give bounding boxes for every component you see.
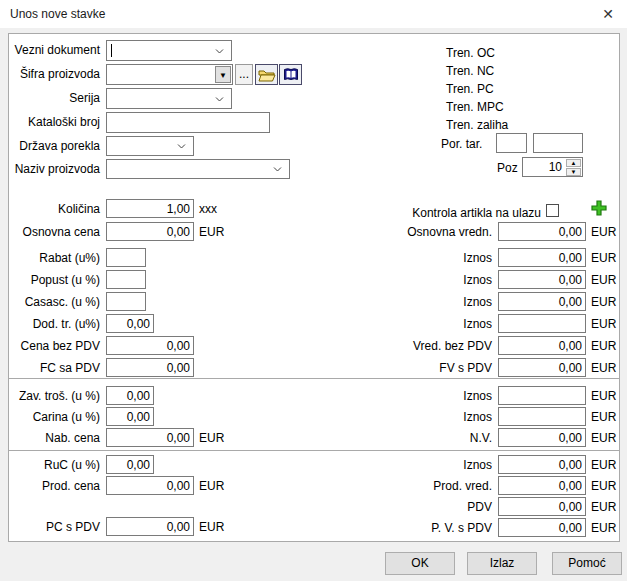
por-tar-input-2[interactable] [533, 133, 583, 153]
dropdown-button-icon[interactable]: ▼ [215, 66, 231, 83]
iznos1-label: Iznos [342, 251, 492, 265]
iznos6-input[interactable] [498, 407, 586, 426]
dod-tr-label: Dod. tr. (u%) [5, 317, 100, 331]
chevron-down-icon [215, 97, 224, 102]
iznos1-input[interactable] [498, 248, 586, 267]
kataloski-broj-label: Kataloški broj [5, 115, 100, 129]
rabat-input[interactable] [106, 248, 146, 267]
pv-s-pdv-label: P. V. s PDV [342, 521, 492, 535]
cena-bez-pdv-input[interactable] [106, 336, 194, 355]
osnovna-vredn-label: Osnovna vredn. [342, 225, 492, 239]
pdv-label: PDV [342, 500, 492, 514]
iznos4-unit: EUR [591, 317, 616, 331]
book-icon [283, 67, 298, 82]
poz-value: 10 [549, 160, 562, 174]
iznos2-unit: EUR [591, 273, 616, 287]
section-divider-1 [9, 378, 619, 379]
iznos7-unit: EUR [591, 458, 616, 472]
vred-bez-pdv-unit: EUR [591, 339, 616, 353]
iznos2-label: Iznos [342, 273, 492, 287]
spin-up-icon[interactable]: ▲ [566, 159, 581, 167]
popust-label: Popust (u %) [5, 273, 100, 287]
casasc-input[interactable] [106, 292, 146, 311]
osnovna-vredn-unit: EUR [591, 225, 616, 239]
por-tar-input-1[interactable] [496, 133, 527, 153]
carina-input[interactable] [106, 407, 154, 426]
zav-tros-label: Zav. troš. (u %) [5, 389, 100, 403]
ruc-input[interactable] [106, 455, 154, 474]
prod-vred-label: Prod. vred. [342, 479, 492, 493]
serija-combobox[interactable] [106, 88, 232, 109]
tren-zaliha-label: Tren. zaliha [446, 118, 508, 132]
drzava-porekla-label: Država porekla [5, 139, 100, 153]
fv-s-pdv-unit: EUR [591, 361, 616, 375]
nab-cena-unit: EUR [199, 431, 224, 445]
ruc-label: RuC (u %) [5, 458, 100, 472]
prod-vred-input[interactable] [498, 476, 586, 495]
nv-unit: EUR [591, 431, 616, 445]
catalog-book-button[interactable] [279, 64, 302, 85]
izlaz-button[interactable]: Izlaz [467, 552, 537, 575]
vred-bez-pdv-input[interactable] [498, 336, 586, 355]
fc-sa-pdv-label: FC sa PDV [5, 361, 100, 375]
dod-tr-input[interactable] [106, 314, 154, 333]
iznos5-label: Iznos [342, 389, 492, 403]
kolicina-label: Količina [5, 202, 100, 216]
tren-mpc-label: Tren. MPC [446, 100, 504, 114]
drzava-porekla-combobox[interactable] [106, 136, 194, 156]
iznos6-unit: EUR [591, 410, 616, 424]
pv-s-pdv-unit: EUR [591, 521, 616, 535]
rabat-label: Rabat (u%) [5, 251, 100, 265]
pdv-input[interactable] [498, 497, 586, 516]
pc-s-pdv-unit: EUR [199, 520, 224, 534]
prod-cena-input[interactable] [106, 476, 194, 495]
iznos4-input[interactable] [498, 314, 586, 333]
fc-sa-pdv-input[interactable] [106, 358, 194, 377]
iznos3-input[interactable] [498, 292, 586, 311]
naziv-proizvoda-combobox[interactable] [106, 159, 290, 179]
nab-cena-input[interactable] [106, 428, 194, 447]
iznos7-label: Iznos [342, 458, 492, 472]
vred-bez-pdv-label: Vred. bez PDV [342, 339, 492, 353]
osnovna-cena-input[interactable] [106, 222, 194, 241]
fv-s-pdv-input[interactable] [498, 358, 586, 377]
osnovna-cena-label: Osnovna cena [5, 225, 100, 239]
pc-s-pdv-input[interactable] [106, 517, 194, 536]
iznos4-label: Iznos [342, 317, 492, 331]
prod-vred-unit: EUR [591, 479, 616, 493]
serija-label: Serija [5, 91, 100, 105]
open-folder-button[interactable] [255, 64, 278, 85]
iznos2-input[interactable] [498, 270, 586, 289]
iznos5-input[interactable] [498, 386, 586, 405]
zav-tros-input[interactable] [106, 386, 154, 405]
iznos3-label: Iznos [342, 295, 492, 309]
browse-ellipsis-button[interactable]: ... [235, 64, 253, 85]
pv-s-pdv-input[interactable] [498, 518, 586, 537]
kolicina-input[interactable] [106, 199, 194, 218]
kolicina-unit: xxx [199, 202, 217, 216]
vezni-dokument-combobox[interactable] [106, 40, 232, 61]
iznos7-input[interactable] [498, 455, 586, 474]
chevron-down-icon [273, 167, 282, 172]
sifra-proizvoda-label: Šifra proizvoda [5, 67, 100, 81]
sifra-proizvoda-combobox[interactable]: ▼ [106, 64, 233, 85]
kataloski-broj-input[interactable] [106, 112, 270, 133]
nv-input[interactable] [498, 428, 586, 447]
spin-down-icon[interactable]: ▼ [566, 168, 581, 176]
pdv-unit: EUR [591, 500, 616, 514]
osnovna-vredn-input[interactable] [498, 222, 586, 241]
chevron-down-icon [177, 144, 186, 149]
ok-button[interactable]: OK [385, 552, 455, 575]
cena-bez-pdv-label: Cena bez PDV [5, 339, 100, 353]
nv-label: N.V. [342, 431, 492, 445]
tren-pc-label: Tren. PC [446, 82, 494, 96]
poz-spinner[interactable]: 10 ▲ ▼ [522, 157, 583, 177]
iznos6-label: Iznos [342, 410, 492, 424]
pomoc-button[interactable]: Pomoć [552, 552, 622, 575]
chevron-down-icon [215, 49, 224, 54]
kontrola-artikla-checkbox[interactable] [546, 204, 559, 217]
por-tar-label: Por. tar. [441, 137, 482, 151]
popust-input[interactable] [106, 270, 146, 289]
add-plus-icon[interactable] [591, 200, 607, 216]
close-icon[interactable]: ✕ [594, 3, 622, 25]
